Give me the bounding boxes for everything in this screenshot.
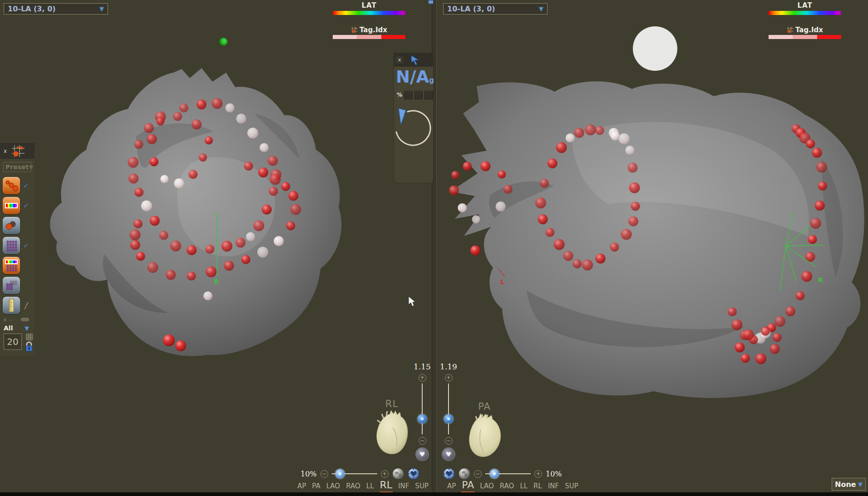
- heart-model-icon[interactable]: [373, 409, 411, 457]
- proj-sup[interactable]: SUP: [415, 482, 429, 490]
- tag-scale-label: Tag.Idx: [795, 26, 823, 34]
- colored-grid-button[interactable]: [3, 257, 20, 274]
- plus-icon[interactable]: +: [445, 374, 453, 382]
- left-scale-handle[interactable]: [418, 414, 427, 423]
- reset-heart-button[interactable]: ♥: [416, 448, 428, 460]
- close-icon[interactable]: x: [4, 317, 7, 323]
- show-points-button[interactable]: [3, 177, 20, 194]
- globe-view-button[interactable]: [392, 468, 404, 480]
- right-zoom-track[interactable]: [485, 473, 531, 474]
- ruler-icon: [7, 299, 15, 312]
- proj-ap[interactable]: AP: [297, 482, 306, 490]
- zoom-in-icon[interactable]: +: [534, 470, 542, 478]
- left-map-selector[interactable]: 10-LA (3, 0) ▼: [4, 3, 108, 15]
- left-3d-map-canvas[interactable]: R: [0, 0, 432, 492]
- proj-ap[interactable]: AP: [447, 482, 456, 490]
- left-map-viewport[interactable]: R 10-LA (3, 0) ▼ LAT Tag.Idx: [0, 0, 432, 492]
- proj-rao[interactable]: RAO: [500, 482, 514, 490]
- proj-inf[interactable]: INF: [398, 482, 409, 490]
- check-icon: ✓: [23, 241, 29, 250]
- grid-icon[interactable]: [26, 334, 33, 340]
- right-zoom-handle[interactable]: [490, 469, 499, 478]
- close-icon[interactable]: x: [4, 148, 7, 154]
- left-projection-row: AP PA LAO RAO LL RL INF SUP: [297, 479, 429, 491]
- heart-model-icon[interactable]: [465, 412, 503, 459]
- minimize-icon[interactable]: –: [10, 317, 12, 323]
- proj-lao[interactable]: LAO: [326, 482, 340, 490]
- paired-points-button[interactable]: [3, 217, 20, 234]
- tag-filter-dropdown[interactable]: All ▼: [0, 323, 35, 332]
- tags-panel-icon: [11, 144, 25, 158]
- left-scale-value: 1.15: [412, 362, 433, 371]
- lat-scale-label: LAT: [769, 1, 841, 10]
- right-map-selector-value: 10-LA (3, 0): [447, 4, 495, 14]
- lat-scale-label: LAT: [333, 1, 405, 10]
- proj-inf[interactable]: INF: [548, 482, 559, 490]
- collapsed-subpanel[interactable]: x –: [0, 315, 35, 323]
- left-scale-track[interactable]: [422, 383, 423, 434]
- lat-color-bar[interactable]: [769, 11, 841, 15]
- svg-text:L: L: [500, 278, 504, 285]
- zoom-out-icon[interactable]: −: [321, 470, 328, 478]
- proj-ll[interactable]: LL: [366, 482, 374, 490]
- tag-color-bar[interactable]: [333, 35, 405, 39]
- right-projection-row: AP PA LAO RAO LL RL INF SUP: [447, 479, 578, 491]
- color-map-button[interactable]: [3, 197, 20, 214]
- clipping-dropdown[interactable]: None ▼: [832, 478, 866, 491]
- zoom-in-icon[interactable]: +: [381, 470, 389, 478]
- tag-scale-label: Tag.Idx: [360, 26, 387, 34]
- double-dot-grid-icon: [5, 279, 18, 292]
- dual-grid-button[interactable]: [3, 277, 20, 294]
- segment-box[interactable]: [414, 91, 423, 99]
- proj-pa-active[interactable]: PA: [462, 479, 474, 491]
- tag-filter-value: All: [4, 324, 13, 332]
- left-zoom-handle[interactable]: [335, 469, 345, 478]
- point-size-input[interactable]: 20: [4, 334, 22, 350]
- globe-view-button[interactable]: [459, 468, 470, 480]
- lat-color-bar[interactable]: [333, 11, 405, 15]
- close-icon[interactable]: x: [396, 56, 403, 64]
- right-scale-track[interactable]: [448, 383, 449, 434]
- left-orientation-heart[interactable]: RL: [371, 398, 412, 458]
- right-map-selector[interactable]: 10-LA (3, 0) ▼: [443, 3, 547, 15]
- percent-segments: %: [394, 86, 433, 99]
- proj-rl-active[interactable]: RL: [380, 479, 393, 491]
- svg-text:R: R: [214, 278, 219, 285]
- tag-color-bar[interactable]: [769, 35, 841, 39]
- preset-dropdown[interactable]: Preset ▼: [3, 162, 31, 172]
- proj-rao[interactable]: RAO: [346, 482, 360, 490]
- minus-icon[interactable]: −: [419, 437, 426, 445]
- segment-box[interactable]: [424, 91, 433, 99]
- proj-pa[interactable]: PA: [312, 482, 320, 490]
- chevron-down-icon: ▼: [29, 164, 33, 170]
- pointer-panel-header: x: [394, 53, 433, 67]
- divider-collapse-handle[interactable]: [428, 0, 434, 4]
- ruler-button[interactable]: [3, 297, 20, 314]
- right-color-scale: LAT Tag.Idx: [769, 1, 841, 39]
- bottom-edge-strip: [0, 492, 868, 496]
- measurement-value: N/Ag: [394, 67, 433, 86]
- right-orientation-label: PA: [464, 401, 505, 412]
- chevron-down-icon: ▼: [99, 6, 104, 12]
- reset-heart-button[interactable]: ♥: [443, 448, 454, 460]
- lock-icon[interactable]: [25, 341, 34, 352]
- zoom-out-icon[interactable]: −: [474, 470, 482, 478]
- minus-icon[interactable]: −: [445, 437, 453, 445]
- dial-pointer-icon: [399, 108, 406, 125]
- preset-label: Preset: [5, 163, 29, 171]
- left-zoom-track[interactable]: [332, 473, 377, 474]
- proj-ll[interactable]: LL: [520, 482, 528, 490]
- proj-sup[interactable]: SUP: [565, 482, 578, 490]
- proj-lao[interactable]: LAO: [480, 482, 494, 490]
- segment-box[interactable]: [404, 91, 413, 99]
- right-scale-handle[interactable]: [444, 414, 453, 423]
- plus-icon[interactable]: +: [419, 374, 426, 382]
- check-icon: ✓: [23, 182, 29, 190]
- center-heart-button[interactable]: [443, 468, 455, 480]
- right-orientation-heart[interactable]: PA: [464, 401, 505, 461]
- point-grid-button[interactable]: [3, 237, 20, 254]
- rotation-dial[interactable]: [394, 99, 433, 163]
- pointer-arrow-icon[interactable]: [409, 54, 421, 65]
- proj-rl[interactable]: RL: [533, 482, 542, 490]
- center-heart-button[interactable]: [408, 468, 419, 480]
